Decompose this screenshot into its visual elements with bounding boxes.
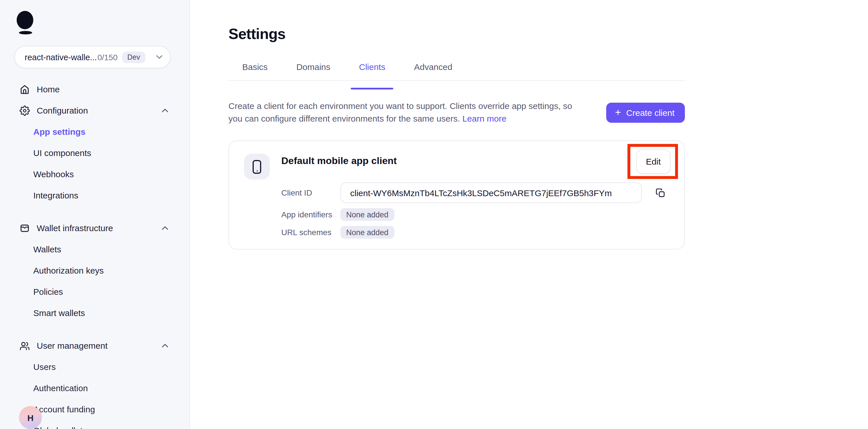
plus-icon: +: [615, 107, 621, 118]
sidebar-item-label: Users: [33, 362, 56, 372]
sidebar-item-policies[interactable]: Policies: [0, 281, 189, 302]
sidebar-item-label: Policies: [33, 287, 63, 297]
nav-section-gap: [0, 324, 189, 335]
page-title: Settings: [228, 25, 286, 43]
chevron-up-icon: [162, 343, 168, 348]
logo-ball-icon: [17, 11, 33, 29]
phone-icon: [253, 160, 261, 173]
sidebar-item-label: Configuration: [37, 105, 88, 115]
clients-header-row: Create a client for each environment you…: [228, 100, 685, 125]
project-count: 0/150: [97, 53, 117, 62]
user-avatar[interactable]: H: [19, 406, 42, 429]
sidebar-item-label: Authentication: [33, 383, 88, 393]
chevron-up-icon: [162, 108, 168, 112]
app-identifiers-label: App identifiers: [281, 210, 332, 219]
sidebar-item-user-management[interactable]: User management: [0, 335, 189, 356]
sidebar-item-configuration[interactable]: Configuration: [0, 100, 189, 121]
sidebar-item-integrations[interactable]: Integrations: [0, 185, 189, 206]
client-card: Default mobile app client Edit Client ID…: [228, 140, 685, 250]
chevron-up-icon: [162, 226, 168, 230]
main-content: Settings Basics Domains Clients Advanced…: [190, 0, 868, 429]
sidebar-item-label: Account funding: [33, 404, 95, 414]
privy-logo: [17, 11, 34, 34]
mobile-client-tile: [244, 154, 270, 179]
sidebar-item-smart-wallets[interactable]: Smart wallets: [0, 302, 189, 324]
logo-shadow-icon: [19, 31, 32, 34]
avatar-initial: H: [27, 412, 34, 422]
client-card-title: Default mobile app client: [281, 156, 397, 167]
home-icon: [20, 84, 30, 94]
tab-basics[interactable]: Basics: [242, 62, 268, 80]
sidebar-item-label: Webhooks: [33, 169, 74, 179]
sidebar-item-label: Authorization keys: [33, 266, 104, 275]
sidebar-item-users[interactable]: Users: [0, 356, 189, 377]
sidebar-item-ui-components[interactable]: UI components: [0, 142, 189, 163]
sidebar-item-label: App settings: [33, 127, 86, 136]
sidebar-item-label: Home: [37, 84, 60, 94]
chevron-down-icon: [156, 55, 162, 59]
tab-clients[interactable]: Clients: [359, 62, 385, 80]
sidebar-item-home[interactable]: Home: [0, 78, 189, 100]
users-icon: [20, 340, 30, 351]
copy-icon[interactable]: [652, 185, 668, 201]
url-schemes-badge: None added: [340, 226, 394, 239]
sidebar-item-authentication[interactable]: Authentication: [0, 377, 189, 399]
sidebar-nav: Home Configuration App settings UI compo…: [0, 78, 189, 429]
app-window: react-native-walle... 0/150 Dev Home Con…: [0, 0, 868, 429]
sidebar-item-label: User management: [37, 341, 107, 351]
sidebar: react-native-walle... 0/150 Dev Home Con…: [0, 0, 190, 429]
edit-button[interactable]: Edit: [636, 149, 671, 174]
sidebar-item-label: Integrations: [33, 190, 79, 200]
url-schemes-label: URL schemes: [281, 228, 332, 237]
sidebar-item-label: Wallets: [33, 244, 61, 254]
sidebar-item-app-settings[interactable]: App settings: [0, 121, 189, 142]
app-identifiers-badge: None added: [340, 208, 394, 221]
project-selector[interactable]: react-native-walle... 0/150 Dev: [14, 46, 170, 68]
gear-icon: [20, 105, 30, 116]
tab-domains[interactable]: Domains: [296, 62, 330, 80]
env-badge: Dev: [122, 51, 145, 63]
sidebar-item-label: Global wallet: [33, 426, 83, 429]
learn-more-link[interactable]: Learn more: [462, 113, 506, 123]
settings-tabs: Basics Domains Clients Advanced: [228, 62, 685, 81]
tab-advanced[interactable]: Advanced: [414, 62, 452, 80]
sidebar-item-label: UI components: [33, 148, 91, 158]
sidebar-item-wallets[interactable]: Wallets: [0, 239, 189, 260]
clients-description: Create a client for each environment you…: [228, 100, 584, 125]
nav-section-gap: [0, 206, 189, 218]
sidebar-item-webhooks[interactable]: Webhooks: [0, 163, 189, 185]
wallet-icon: [20, 223, 30, 233]
sidebar-item-label: Smart wallets: [33, 308, 85, 318]
project-name: react-native-walle...: [25, 53, 97, 62]
sidebar-item-wallet-infrastructure[interactable]: Wallet infrastructure: [0, 218, 189, 239]
sidebar-item-label: Wallet infrastructure: [37, 223, 113, 233]
create-client-button[interactable]: + Create client: [607, 103, 685, 123]
sidebar-item-authorization-keys[interactable]: Authorization keys: [0, 260, 189, 281]
client-id-label: Client ID: [281, 188, 312, 197]
client-id-input[interactable]: [340, 183, 642, 203]
